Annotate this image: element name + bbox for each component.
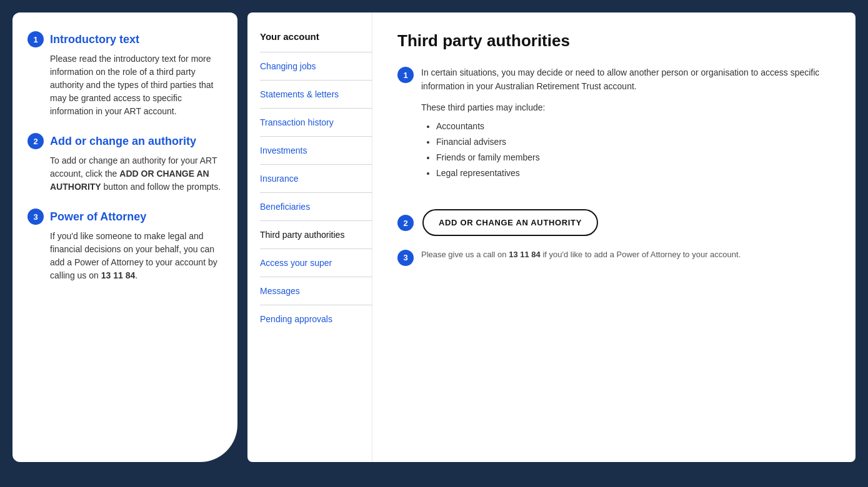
third-parties-label: These third parties may include: (421, 102, 831, 112)
list-item: Financial advisers (436, 134, 831, 150)
step-2-badge: 2 (27, 133, 44, 149)
note-phone-number: 13 11 84 (509, 250, 541, 259)
nav-divider-6 (260, 220, 372, 221)
step-3-block: 3 Power of Attorney If you'd like someon… (27, 209, 222, 282)
nav-divider-top (260, 52, 372, 52)
nav-item-messages[interactable]: Messages (260, 281, 372, 301)
note-text: Please give us a call on 13 11 84 if you… (421, 248, 741, 261)
nav-divider-2 (260, 108, 372, 109)
nav-item-transaction-history[interactable]: Transaction history (260, 112, 372, 132)
nav-divider-1 (260, 80, 372, 81)
nav-item-statements[interactable]: Statements & letters (260, 84, 372, 104)
content-badge-2: 2 (397, 215, 414, 231)
step-3-header: 3 Power of Attorney (27, 209, 222, 225)
nav-item-pending-approvals[interactable]: Pending approvals (260, 309, 372, 329)
main-content: Third party authorities 1 In certain sit… (372, 12, 856, 462)
step-3-body-bold: 13 11 84 (101, 270, 136, 280)
step-1-title: Introductory text (50, 33, 139, 46)
step-2-header: 2 Add or change an authority (27, 133, 222, 149)
step-2-block: 2 Add or change an authority To add or c… (27, 133, 222, 194)
nav-divider-7 (260, 248, 372, 249)
left-panel: 1 Introductory text Please read the intr… (12, 12, 237, 462)
list-item: Accountants (436, 119, 831, 134)
nav-item-insurance[interactable]: Insurance (260, 169, 372, 189)
nav-divider-4 (260, 164, 372, 165)
step-1-header: 1 Introductory text (27, 31, 222, 47)
intro-section: 1 In certain situations, you may decide … (397, 66, 831, 197)
nav-item-investments[interactable]: Investments (260, 140, 372, 160)
nav-section-title: Your account (260, 31, 372, 42)
page-title: Third party authorities (397, 31, 831, 51)
add-authority-button[interactable]: ADD OR CHANGE AN AUTHORITY (422, 209, 598, 236)
right-panel: Your account Changing jobs Statements & … (247, 12, 856, 462)
nav-divider-9 (260, 305, 372, 305)
nav-item-access-super[interactable]: Access your super (260, 253, 372, 273)
nav-divider-8 (260, 277, 372, 277)
step-2-body: To add or change an authority for your A… (27, 154, 222, 194)
content-badge-1: 1 (397, 67, 414, 83)
note-text-after: if you'd like to add a Power of Attorney… (541, 250, 741, 259)
step-3-title: Power of Attorney (50, 210, 146, 224)
note-section: 3 Please give us a call on 13 11 84 if y… (397, 248, 831, 266)
list-item: Legal representatives (436, 165, 831, 181)
nav-item-beneficiaries[interactable]: Beneficiaries (260, 197, 372, 217)
nav-divider-5 (260, 192, 372, 193)
step-3-body: If you'd like someone to make legal and … (27, 230, 222, 282)
step-3-badge: 3 (27, 209, 44, 225)
list-item: Friends or family members (436, 150, 831, 165)
third-parties-list: Accountants Financial advisers Friends o… (421, 119, 831, 182)
content-badge-3: 3 (397, 250, 414, 266)
nav-item-third-party[interactable]: Third party authorities (260, 225, 372, 245)
button-section: 2 ADD OR CHANGE AN AUTHORITY (397, 209, 831, 236)
intro-text: In certain situations, you may decide or… (421, 66, 831, 94)
step-2-title: Add or change an authority (50, 135, 196, 148)
step-1-badge: 1 (27, 31, 44, 47)
note-text-before: Please give us a call on (421, 250, 509, 259)
step-2-body-after: button and follow the prompts. (101, 182, 221, 192)
step-3-body-after: . (135, 270, 137, 280)
nav-divider-3 (260, 136, 372, 137)
nav-item-changing-jobs[interactable]: Changing jobs (260, 56, 372, 76)
step-1-block: 1 Introductory text Please read the intr… (27, 31, 222, 118)
step-1-body: Please read the introductory text for mo… (27, 52, 222, 118)
nav-sidebar: Your account Changing jobs Statements & … (247, 12, 372, 462)
